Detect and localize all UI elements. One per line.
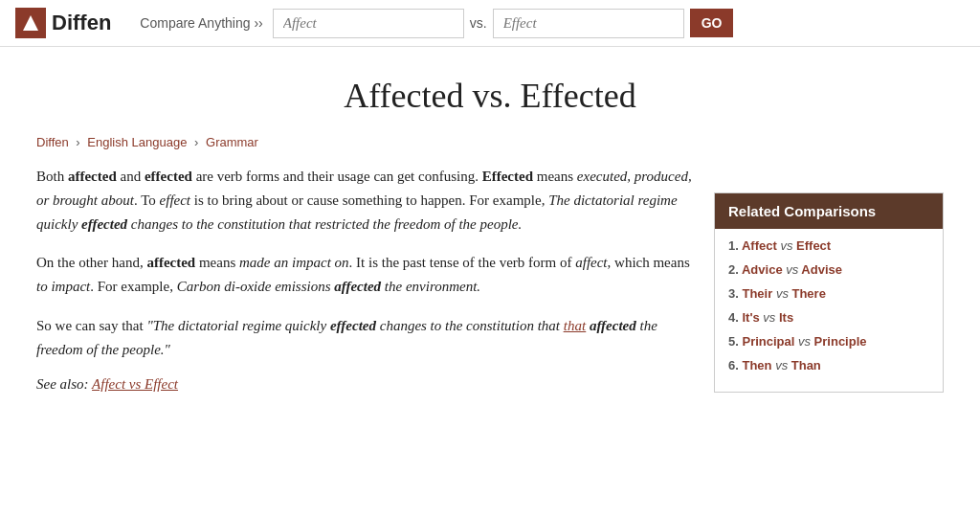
logo-icon <box>15 8 46 38</box>
breadcrumb-sep-1: › <box>76 135 79 149</box>
page-title: Affected vs. Effected <box>19 76 961 116</box>
see-also-link[interactable]: Affect vs Effect <box>92 376 178 392</box>
breadcrumb-diffen[interactable]: Diffen <box>36 135 69 149</box>
related-list-item: 6. Then vs Than <box>728 358 929 372</box>
bold-effected-3: effected <box>81 216 127 232</box>
related-list-item: 2. Advice vs Advise <box>728 262 929 277</box>
related-list-item: 4. It's vs Its <box>728 310 929 325</box>
search-input-2[interactable] <box>493 9 684 38</box>
related-box: Related Comparisons 1. Affect vs Effect2… <box>714 192 944 393</box>
italic-made-impact: made an impact on <box>239 255 349 270</box>
related-num: 3. <box>728 286 742 301</box>
related-num: 6. <box>728 358 742 372</box>
header: Diffen Compare Anything ›› vs. GO <box>0 0 980 47</box>
bold-affected-4: affected <box>590 318 636 333</box>
vs-label: vs. <box>470 15 487 31</box>
italic-effect: effect <box>160 192 190 208</box>
bold-effected-4: effected <box>330 318 376 333</box>
related-list-item: 3. Their vs There <box>728 286 929 301</box>
breadcrumb-grammar[interactable]: Grammar <box>206 135 258 149</box>
bold-affected-3: affected <box>334 279 381 294</box>
bold-affected-2: affected <box>146 255 195 270</box>
see-also-label: See also: <box>36 376 89 392</box>
search-input-1[interactable] <box>273 9 464 38</box>
para-3: So we can say that "The dictatorial regi… <box>36 314 695 362</box>
para-1: Both affected and effected are verb form… <box>36 165 695 236</box>
related-link-1[interactable]: Advice vs Advise <box>742 262 842 277</box>
bold-affected-1: affected <box>68 169 117 184</box>
page-title-area: Affected vs. Effected <box>0 47 980 135</box>
compare-label: Compare Anything ›› <box>140 15 262 31</box>
italic-example-2: Carbon di-oxide emissions affected the e… <box>177 279 480 294</box>
search-area: vs. GO <box>273 9 734 38</box>
related-title: Related Comparisons <box>715 193 943 229</box>
related-list: 1. Affect vs Effect2. Advice vs Advise3.… <box>715 229 943 392</box>
related-num: 4. <box>728 310 742 325</box>
related-list-item: 5. Principal vs Principle <box>728 334 929 349</box>
svg-marker-0 <box>23 15 38 31</box>
breadcrumb-sep-2: › <box>194 135 198 149</box>
para-2: On the other hand, affected means made a… <box>36 251 695 299</box>
go-button[interactable]: GO <box>690 9 734 37</box>
bold-effected-1: effected <box>145 169 192 184</box>
breadcrumb: Diffen › English Language › Grammar <box>36 135 695 149</box>
italic-quote: "The dictatorial regime quickly effected… <box>36 318 657 357</box>
related-num: 2. <box>728 262 742 277</box>
logo-text[interactable]: Diffen <box>52 11 111 35</box>
italic-to-impact: to impact <box>36 279 90 294</box>
sidebar: Related Comparisons 1. Affect vs Effect2… <box>714 192 944 393</box>
related-num: 1. <box>728 238 742 253</box>
see-also: See also: Affect vs Effect <box>36 376 695 393</box>
breadcrumb-english[interactable]: English Language <box>87 135 187 149</box>
related-link-0[interactable]: Affect vs Effect <box>742 238 831 253</box>
related-list-item: 1. Affect vs Effect <box>728 238 929 253</box>
related-link-2[interactable]: Their vs There <box>742 286 825 301</box>
italic-affect: affect <box>575 255 607 270</box>
related-num: 5. <box>728 334 742 349</box>
bold-effected-2: Effected <box>482 169 533 184</box>
related-link-5[interactable]: Then vs Than <box>742 358 820 372</box>
related-link-3[interactable]: It's vs Its <box>742 310 793 325</box>
related-link-4[interactable]: Principal vs Principle <box>742 334 866 349</box>
main-layout: Diffen › English Language › Grammar Both… <box>21 135 959 393</box>
link-that[interactable]: that <box>564 318 586 333</box>
content-area: Diffen › English Language › Grammar Both… <box>36 135 695 393</box>
logo-area: Diffen <box>15 8 111 38</box>
